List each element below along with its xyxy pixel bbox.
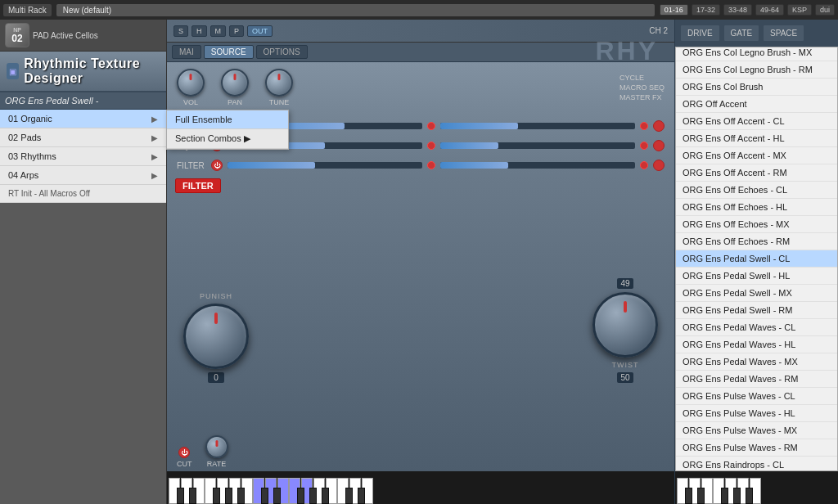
pan-knob[interactable] (221, 69, 249, 97)
rate-knob[interactable] (205, 435, 228, 458)
key-gs2[interactable] (309, 488, 317, 504)
rk9[interactable] (733, 488, 741, 504)
preset-area[interactable]: ORG Ens Pedal Swell - (0, 92, 166, 110)
nav-item-organic[interactable]: 01 Organic ▶ (0, 110, 166, 128)
preset-item-14[interactable]: ORG Ens Off Echoes - CL (676, 182, 837, 199)
master-fx-label: MASTER FX (619, 93, 665, 101)
drive-btn[interactable]: DRIVE (680, 25, 720, 42)
preset-item-13[interactable]: ORG Ens Off Accent - RM (676, 164, 837, 182)
seg-btn-2[interactable]: 17-32 (692, 4, 720, 16)
preset-item-29[interactable]: ORG Ens Pulse Waves - RM (676, 439, 837, 457)
preset-item-19[interactable]: ORG Ens Pedal Swell - HL (676, 268, 837, 285)
nav-item-rhythms[interactable]: 03 Rhythms ▶ (0, 147, 166, 166)
tab-source[interactable]: SOURCE (204, 45, 254, 59)
key-ds3[interactable] (358, 488, 365, 504)
filter-dot2[interactable] (640, 161, 648, 169)
preset-item-9[interactable]: ORG Off Accent (676, 96, 837, 113)
env-power-right[interactable] (653, 120, 665, 132)
key-fs2[interactable] (297, 488, 304, 504)
preset-item-17[interactable]: ORG Ens Off Echoes - RM (676, 233, 837, 250)
rk7[interactable] (721, 488, 728, 504)
out-btn[interactable]: OUT (247, 25, 273, 37)
eq-power-right[interactable] (653, 140, 665, 151)
seg-btn-1[interactable]: 01-16 (660, 4, 688, 16)
key-ds1[interactable] (189, 488, 196, 504)
preset-item-25[interactable]: ORG Ens Pedal Waves - RM (676, 371, 837, 388)
seg-btn-3[interactable]: 33-48 (723, 4, 752, 16)
rack-label[interactable]: Multi Rack (3, 4, 52, 16)
key-cs2[interactable] (261, 488, 268, 504)
preset-item-22[interactable]: ORG Ens Pedal Waves - CL (676, 319, 837, 336)
tune-knob[interactable] (265, 69, 293, 97)
preset-item-16[interactable]: ORG Ens Off Echoes - MX (676, 216, 837, 233)
filter-power-btn[interactable]: ⏻ (211, 160, 223, 171)
left-panel: NP 02 PAD Active Cellos ▣ Rhythmic Textu… (0, 20, 167, 504)
seg-btn-dui[interactable]: dui (815, 4, 835, 16)
nav-submenu-section-combos[interactable]: Section Combos ▶ (167, 129, 288, 149)
nav-item-pads-arrow: ▶ (151, 133, 158, 142)
h-btn[interactable]: H (191, 25, 207, 37)
rk4[interactable] (697, 488, 705, 504)
rk11[interactable] (746, 488, 753, 504)
tab-options[interactable]: OPTIONS (256, 45, 308, 59)
gate-btn[interactable]: GATE (723, 25, 759, 42)
key-cs3[interactable] (345, 488, 353, 504)
nav-reset[interactable]: RT Init - All Macros Off (0, 185, 166, 203)
filter-power-right[interactable] (653, 160, 665, 171)
key-ds2[interactable] (273, 488, 281, 504)
punish-knob[interactable] (183, 304, 249, 369)
eq-dot[interactable] (427, 142, 435, 150)
preset-item-15[interactable]: ORG Ens Off Echoes - HL (676, 199, 837, 216)
preset-item-24[interactable]: ORG Ens Pedal Waves - MX (676, 353, 837, 371)
filter-button[interactable]: FILTER (175, 178, 221, 193)
nav-item-organic-arrow: ▶ (151, 115, 158, 124)
right-btn-row: DRIVE GATE SPACE (680, 25, 833, 42)
twist-group: 49 TWIST 50 (592, 278, 658, 383)
nav-item-pads[interactable]: 02 Pads ▶ (0, 128, 166, 147)
preset-item-28[interactable]: ORG Ens Pulse Waves - MX (676, 422, 837, 439)
preset-item-26[interactable]: ORG Ens Pulse Waves - CL (676, 388, 837, 405)
key-as2[interactable] (322, 488, 329, 504)
seg-btn-ksp[interactable]: KSP (787, 4, 812, 16)
preset-item-8[interactable]: ORG Ens Col Brush (676, 79, 837, 96)
nav-item-arps[interactable]: 04 Arps ▶ (0, 166, 166, 185)
bottom-knobs-row: ⏻ CUT RATE (167, 432, 674, 471)
preset-item-7[interactable]: ORG Ens Col Legno Brush - RM (676, 61, 837, 79)
preset-item-21[interactable]: ORG Ens Pedal Swell - RM (676, 302, 837, 319)
eq-bar2 (440, 142, 635, 149)
tab-mai[interactable]: MAI (172, 45, 201, 59)
punish-group: PUNISH 0 (183, 292, 249, 383)
nav-item-pads-label: 02 Pads (8, 133, 41, 142)
preset-item-12[interactable]: ORG Ens Off Accent - MX (676, 147, 837, 164)
filter-bar (228, 162, 422, 169)
env-dot[interactable] (427, 122, 435, 130)
s-btn[interactable]: S (173, 25, 188, 37)
filter-dot[interactable] (427, 161, 435, 169)
preset-item-27[interactable]: ORG Ens Pulse Waves - HL (676, 405, 837, 422)
space-btn[interactable]: SPACE (763, 25, 804, 42)
seg-btn-4[interactable]: 49-64 (755, 4, 784, 16)
preset-item-11[interactable]: ORG Ens Off Accent - HL (676, 130, 837, 147)
m-btn[interactable]: M (210, 25, 227, 37)
rk2[interactable] (685, 488, 692, 504)
tune-label: TUNE (269, 98, 290, 106)
preset-dropdown-list[interactable]: ORG Ens Bow Drops - CLORG Ens Bow Drops … (675, 47, 838, 471)
key-gs1[interactable] (225, 488, 232, 504)
preset-item-6[interactable]: ORG Ens Col Legno Brush - MX (676, 47, 837, 61)
eq-dot2[interactable] (640, 142, 648, 150)
env-dot2[interactable] (640, 122, 648, 130)
preset-item-23[interactable]: ORG Ens Pedal Waves - HL (676, 336, 837, 353)
preset-item-18[interactable]: ORG Ens Pedal Swell - CL (676, 250, 837, 268)
preset-item-30[interactable]: ORG Ens Raindrops - CL (676, 457, 837, 471)
preset-item-20[interactable]: ORG Ens Pedal Swell - MX (676, 285, 837, 302)
p-btn[interactable]: P (229, 25, 244, 37)
key-as1[interactable] (237, 488, 245, 504)
preset-item-10[interactable]: ORG Ens Off Accent - CL (676, 113, 837, 130)
twist-knob[interactable] (592, 292, 658, 358)
key-fs1[interactable] (213, 488, 220, 504)
key-cs1[interactable] (177, 488, 184, 504)
vol-knob[interactable] (177, 69, 205, 97)
nav-submenu-full-ensemble[interactable]: Full Ensemble (167, 110, 288, 129)
preset-name[interactable]: New (default) (56, 4, 655, 16)
cut-power[interactable]: ⏻ (178, 447, 190, 458)
